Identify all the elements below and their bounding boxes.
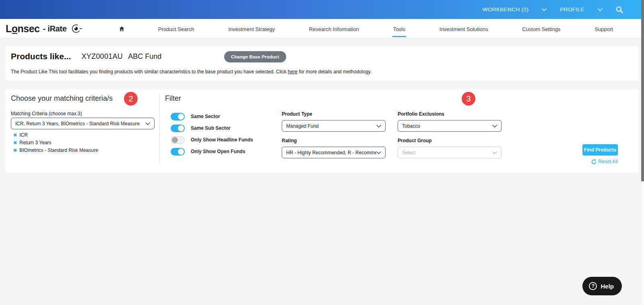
- step-badge-2: 2: [124, 92, 138, 106]
- chevron-down-icon: [376, 124, 381, 128]
- nav-tools[interactable]: Tools: [392, 20, 406, 37]
- lonsec-irate-logo[interactable]: Lonsec - iRate: [6, 19, 83, 38]
- change-base-product-button[interactable]: Change Base Product: [224, 51, 286, 62]
- open-funds-toggle[interactable]: [171, 148, 185, 156]
- matching-criteria-select[interactable]: ICR, Return 3 Years, BIOmetrics - Standa…: [11, 118, 155, 129]
- help-button[interactable]: ? Help: [582, 277, 622, 295]
- brand-suffix: - iRate: [43, 24, 67, 33]
- criteria-filter-panel: Choose your matching criteria/s 2 Matchi…: [5, 89, 639, 172]
- product-group-label: Product Group: [398, 138, 502, 143]
- same-sector-toggle[interactable]: [171, 113, 185, 120]
- description-text: The Product Like This tool facilitates y…: [11, 69, 288, 75]
- step-badge-3: 3: [462, 92, 475, 106]
- nav-investment-solutions[interactable]: Investment Solutions: [439, 20, 489, 37]
- toggle-row: Only Show Open Funds: [171, 147, 253, 156]
- workbench-menu[interactable]: WORKBENCH (2): [483, 6, 529, 12]
- base-product-name: ABC Fund: [128, 52, 161, 61]
- nav-product-search[interactable]: Product Search: [157, 20, 195, 37]
- nav-investment-strategy[interactable]: Investment Strategy: [227, 20, 276, 37]
- chevron-down-icon[interactable]: [598, 8, 603, 11]
- product-group-select[interactable]: Select: [398, 147, 502, 158]
- nav-home[interactable]: [119, 26, 125, 32]
- rating-label: Rating: [282, 138, 386, 143]
- vertical-scrollbar-thumb[interactable]: [641, 0, 644, 181]
- search-icon[interactable]: [616, 6, 623, 13]
- criteria-tag: ✖ Return 3 Years: [13, 140, 98, 145]
- chevron-down-icon: [492, 151, 497, 154]
- toggle-row: Only Show Headline Funds: [171, 136, 253, 144]
- reset-all-label: Reset All: [598, 159, 618, 164]
- remove-criteria-icon[interactable]: ✖: [13, 140, 17, 145]
- rating-value: HR - Highly Recommended, R - Recommended: [286, 150, 376, 156]
- page-title: Products like...: [11, 52, 71, 61]
- question-icon: ?: [589, 282, 597, 290]
- criteria-tag-label: Return 3 Years: [19, 140, 51, 145]
- criteria-tag-label: BIOmetrics - Standard Risk Measure: [19, 147, 98, 153]
- product-type-label: Product Type: [282, 111, 386, 117]
- matching-criteria-value: ICR, Return 3 Years, BIOmetrics - Standa…: [15, 121, 140, 127]
- product-group-placeholder: Select: [402, 150, 415, 156]
- headline-funds-toggle[interactable]: [171, 136, 185, 144]
- top-bar: WORKBENCH (2) PROFILE: [0, 0, 644, 19]
- product-type-value: Managed Fund: [286, 123, 319, 129]
- remove-criteria-icon[interactable]: ✖: [13, 148, 17, 153]
- description-text-after: for more details and methodology.: [297, 69, 372, 75]
- base-product-code: XYZ0001AU: [81, 52, 123, 61]
- remove-criteria-icon[interactable]: ✖: [13, 133, 17, 138]
- products-like-panel: Products like... XYZ0001AU ABC Fund Chan…: [5, 46, 639, 81]
- same-sub-sector-toggle[interactable]: [171, 124, 185, 132]
- filter-section-title: Filter: [165, 94, 181, 103]
- vertical-scrollbar-track[interactable]: [641, 0, 644, 305]
- section-divider: [159, 93, 160, 163]
- home-icon: [119, 26, 125, 32]
- chevron-down-icon: [145, 122, 150, 125]
- toggle-label: Same Sector: [191, 114, 220, 119]
- portfolio-exclusions-value: Tobacco: [402, 123, 420, 129]
- portfolio-exclusions-select[interactable]: Tobacco: [398, 120, 502, 132]
- chevron-down-icon: [492, 124, 497, 128]
- filter-toggles: Same Sector Same Sub Sector Only Show He…: [171, 112, 253, 156]
- toggle-label: Same Sub Sector: [191, 125, 231, 131]
- irate-eye-icon: [70, 22, 83, 35]
- product-type-select[interactable]: Managed Fund: [282, 120, 386, 132]
- reset-icon: [591, 159, 597, 164]
- main-navbar: Lonsec - iRate Product Search Investment…: [0, 19, 644, 38]
- criteria-tag: ✖ ICR: [13, 132, 98, 138]
- profile-menu[interactable]: PROFILE: [560, 6, 584, 12]
- tool-description: The Product Like This tool facilitates y…: [11, 69, 372, 75]
- criteria-section-title: Choose your matching criteria/s: [11, 94, 113, 103]
- toggle-label: Only Show Open Funds: [191, 149, 245, 154]
- brand-name: Lonsec: [6, 23, 40, 35]
- toggle-row: Same Sub Sector: [171, 124, 253, 132]
- toggle-row: Same Sector: [171, 112, 253, 120]
- find-products-button[interactable]: Find Products: [582, 144, 618, 156]
- details-here-link[interactable]: here: [288, 69, 297, 75]
- rating-select[interactable]: HR - Highly Recommended, R - Recommended: [282, 147, 386, 158]
- chevron-down-icon: [376, 151, 381, 154]
- nav-support[interactable]: Support: [594, 20, 614, 37]
- criteria-tag: ✖ BIOmetrics - Standard Risk Measure: [13, 147, 98, 153]
- nav-custom-settings[interactable]: Custom Settings: [521, 20, 561, 37]
- portfolio-exclusions-label: Portfolio Exclusions: [398, 111, 502, 117]
- reset-all-link[interactable]: Reset All: [591, 159, 618, 164]
- criteria-tag-label: ICR: [19, 132, 28, 138]
- toggle-label: Only Show Headline Funds: [191, 137, 253, 143]
- help-label: Help: [601, 283, 614, 290]
- matching-criteria-label: Matching Criteria (choose max.3): [11, 111, 82, 116]
- selected-criteria-list: ✖ ICR ✖ Return 3 Years ✖ BIOmetrics - St…: [13, 132, 98, 153]
- nav-research-information[interactable]: Research Information: [308, 20, 360, 37]
- chevron-down-icon[interactable]: [542, 8, 547, 11]
